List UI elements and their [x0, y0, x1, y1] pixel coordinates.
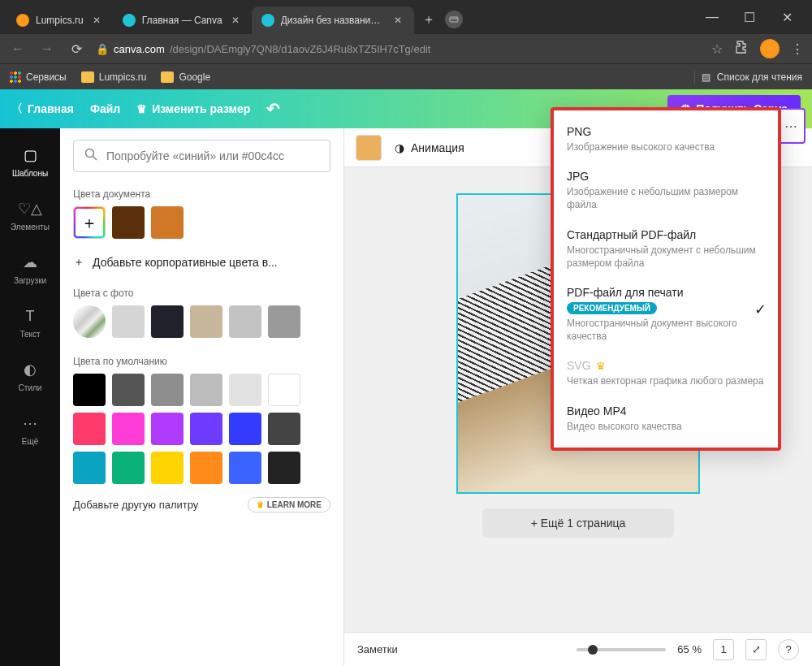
home-button[interactable]: 〈Главная: [11, 102, 74, 116]
color-swatch[interactable]: [112, 305, 145, 338]
payment-methods-icon[interactable]: [445, 11, 463, 28]
color-swatch[interactable]: [73, 452, 106, 484]
download-option-desc: Видео высокого качества: [567, 420, 765, 433]
another-palette-label: Добавьте другую палитру: [73, 499, 198, 511]
color-swatch[interactable]: [112, 206, 145, 239]
color-swatch[interactable]: [268, 413, 300, 445]
color-swatch[interactable]: [151, 374, 184, 406]
download-option-desc: Четкая векторная графика любого размера: [567, 374, 765, 387]
address-bar[interactable]: 🔒 canva.com/design/DAEmgly7QN8/d1aovZ6J4…: [96, 43, 702, 55]
tab-0[interactable]: Lumpics.ru ✕: [6, 6, 113, 34]
bookmark-star-icon[interactable]: ☆: [711, 41, 723, 57]
browser-toolbar: ← → ⟳ 🔒 canva.com/design/DAEmgly7QN8/d1a…: [0, 34, 812, 63]
download-option[interactable]: Стандартный PDF-файлМногостраничный доку…: [554, 220, 778, 278]
color-swatch[interactable]: [190, 305, 222, 338]
chevron-left-icon: 〈: [11, 102, 23, 116]
side-panel: Цвета документа ＋ ＋Добавьте корпоративны…: [60, 128, 344, 666]
color-swatch[interactable]: [229, 413, 261, 445]
rail-templates[interactable]: ▢Шаблоны: [0, 135, 60, 188]
rail-text[interactable]: TТекст: [0, 296, 60, 349]
color-swatch[interactable]: [229, 452, 261, 484]
download-option[interactable]: PNGИзображение высокого качества: [554, 117, 778, 162]
close-icon[interactable]: ✕: [391, 14, 404, 27]
section-doc-colors: Цвета документа: [60, 179, 343, 206]
color-picker-button[interactable]: [356, 135, 382, 161]
download-option-title: Видео MP4: [567, 404, 765, 417]
color-swatch[interactable]: [73, 413, 106, 445]
color-swatch[interactable]: [190, 452, 222, 484]
canvas-footer: Заметки 65 % 1 ⤢ ?: [344, 632, 812, 666]
download-option[interactable]: Видео MP4Видео высокого качества: [554, 396, 778, 441]
bookmark-google[interactable]: Google: [161, 71, 210, 83]
resize-button[interactable]: ♛Изменить размер: [136, 102, 250, 115]
back-button[interactable]: ←: [8, 39, 28, 58]
color-swatch[interactable]: [268, 374, 300, 406]
tab-2[interactable]: Дизайн без названия — Invitat ✕: [252, 6, 414, 34]
close-icon[interactable]: ✕: [90, 14, 103, 27]
reload-button[interactable]: ⟳: [67, 39, 86, 58]
new-tab-button[interactable]: ＋: [417, 8, 440, 31]
extensions-icon[interactable]: [734, 40, 749, 58]
reading-list-button[interactable]: Список для чтения: [717, 71, 802, 83]
add-color-button[interactable]: ＋: [73, 206, 106, 239]
download-option[interactable]: SVG♛Четкая векторная графика любого разм…: [554, 351, 778, 396]
color-swatch[interactable]: [112, 452, 145, 484]
zoom-level[interactable]: 65 %: [677, 643, 702, 655]
tab-1[interactable]: Главная — Canva ✕: [113, 6, 252, 34]
color-swatch[interactable]: [229, 305, 261, 338]
page-counter[interactable]: 1: [713, 639, 734, 660]
download-option-desc: Изображение высокого качества: [567, 141, 765, 154]
download-format-panel: PNGИзображение высокого качестваJPGИзобр…: [551, 107, 781, 451]
bookmark-lumpics[interactable]: Lumpics.ru: [81, 71, 147, 83]
rail-uploads[interactable]: ☁Загрузки: [0, 242, 60, 296]
color-swatch[interactable]: [190, 374, 222, 406]
templates-icon: ▢: [20, 145, 40, 165]
recommended-badge: РЕКОМЕНДУЕМЫЙ: [567, 302, 657, 314]
color-swatch[interactable]: [190, 413, 222, 445]
chrome-menu-icon[interactable]: ⋮: [791, 41, 804, 57]
section-photo-colors: Цвета с фото: [60, 278, 343, 305]
close-window-button[interactable]: ✕: [768, 4, 806, 30]
rail-styles[interactable]: ◐Стили: [0, 349, 60, 403]
check-icon: ✓: [754, 301, 767, 318]
color-swatch[interactable]: [112, 413, 145, 445]
notes-button[interactable]: Заметки: [357, 643, 398, 655]
photo-source-swatch[interactable]: [73, 305, 106, 338]
color-swatch[interactable]: [73, 374, 106, 406]
animation-button[interactable]: ◑Анимация: [395, 141, 464, 154]
download-option-desc: Многостраничный документ высокого качест…: [567, 317, 765, 343]
url-path: /design/DAEmgly7QN8/d1aovZ6J4Ru8xTZ5IH7c…: [170, 43, 431, 55]
profile-avatar[interactable]: [760, 39, 780, 58]
download-option[interactable]: JPGИзображение с небольшим размером файл…: [554, 162, 778, 219]
rail-elements[interactable]: ♡△Элементы: [0, 188, 60, 242]
color-swatch[interactable]: [151, 452, 184, 484]
divider: [694, 70, 695, 84]
sidebar-rail: ▢Шаблоны ♡△Элементы ☁Загрузки TТекст ◐Ст…: [0, 128, 60, 666]
color-swatch[interactable]: [229, 374, 261, 406]
styles-icon: ◐: [20, 360, 40, 379]
color-swatch[interactable]: [151, 413, 184, 445]
color-swatch[interactable]: [268, 452, 300, 484]
undo-button[interactable]: ↶: [266, 99, 280, 119]
minimize-button[interactable]: —: [693, 4, 731, 30]
help-button[interactable]: ?: [778, 639, 799, 660]
close-icon[interactable]: ✕: [229, 14, 242, 27]
add-page-button[interactable]: + Ещё 1 страница: [482, 508, 675, 538]
tab-title: Lumpics.ru: [36, 15, 84, 26]
rail-more[interactable]: ⋯Ещё: [0, 403, 60, 456]
download-option[interactable]: PDF-файл для печатиРЕКОМЕНДУЕМЫЙМногостр…: [554, 278, 778, 351]
learn-more-button[interactable]: ♛LEARN MORE: [248, 497, 330, 512]
color-swatch[interactable]: [151, 305, 184, 338]
search-box[interactable]: [73, 140, 330, 172]
apps-shortcut[interactable]: Сервисы: [10, 71, 67, 83]
zoom-slider[interactable]: [577, 648, 666, 651]
tab-title: Главная — Canva: [142, 15, 222, 26]
color-swatch[interactable]: [112, 374, 145, 406]
search-input[interactable]: [106, 149, 320, 162]
fullscreen-button[interactable]: ⤢: [745, 639, 767, 660]
color-swatch[interactable]: [268, 305, 300, 338]
color-swatch[interactable]: [151, 206, 184, 239]
file-menu[interactable]: Файл: [90, 102, 120, 115]
add-brand-colors[interactable]: ＋Добавьте корпоративные цвета в...: [60, 247, 343, 278]
maximize-button[interactable]: ☐: [731, 4, 768, 30]
